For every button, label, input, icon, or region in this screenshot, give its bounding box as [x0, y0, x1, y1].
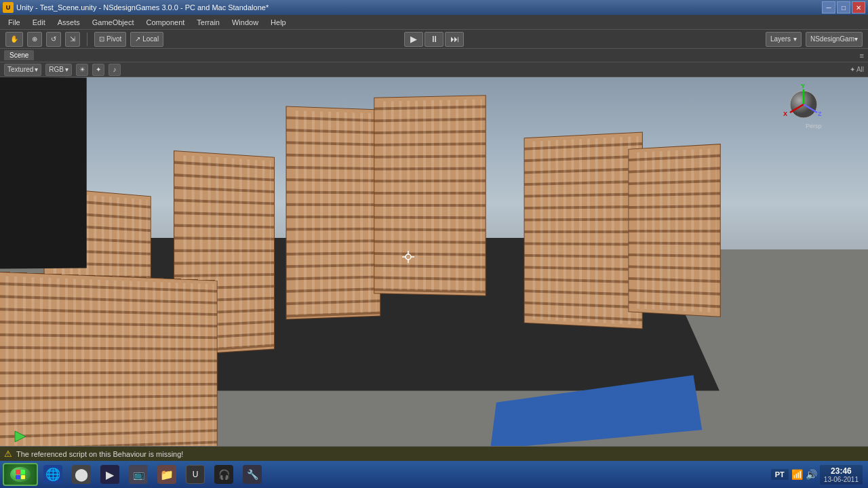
svg-text:X: X	[783, 110, 787, 117]
rotate-tool-button[interactable]: ↺	[46, 32, 61, 47]
playback-controls: ▶ ⏸ ⏭	[404, 32, 464, 47]
color-mode-label: RGB	[49, 66, 64, 73]
scene-viewport[interactable]: Y X Z Persp	[0, 77, 868, 460]
tool-icon: 🔧	[243, 465, 262, 484]
building-right-back	[628, 144, 720, 317]
scene-header: Scene ≡	[0, 49, 868, 62]
building-center-left	[286, 106, 380, 320]
taskbar-tv[interactable]: 📺	[125, 463, 152, 486]
clock-time: 23:46	[824, 466, 859, 476]
menu-edit[interactable]: Edit	[27, 17, 51, 28]
logo-green	[21, 470, 26, 474]
scale-tool-button[interactable]: ⇲	[65, 32, 80, 47]
local-button[interactable]: ↗ Local	[130, 32, 163, 47]
local-icon: ↗	[135, 35, 140, 43]
main-toolbar: ✋ ⊕ ↺ ⇲ ⊡ Pivot ↗ Local ▶ ⏸ ⏭ Layers ▾ N…	[0, 30, 868, 49]
logo-blue	[16, 475, 20, 480]
view-mode-label: Textured	[7, 66, 33, 73]
color-mode-dropdown[interactable]: RGB ▾	[45, 64, 72, 76]
taskbar-ie[interactable]: 🌐	[39, 463, 66, 486]
svg-text:Persp: Persp	[806, 123, 822, 129]
scene-cursor	[402, 251, 414, 263]
chrome-icon: ⬤	[72, 465, 91, 484]
hand-tool-button[interactable]: ✋	[5, 32, 23, 47]
windows-logo	[16, 470, 25, 479]
maximize-button[interactable]: □	[837, 1, 850, 14]
building-center-right	[374, 95, 487, 296]
ie-icon: 🌐	[43, 465, 62, 484]
pivot-button[interactable]: ⊡ Pivot	[94, 32, 126, 47]
svg-marker-13	[15, 431, 26, 442]
taskbar-media[interactable]: ▶	[96, 463, 123, 486]
pivot-icon: ⊡	[99, 35, 104, 43]
menu-terrain[interactable]: Terrain	[191, 17, 225, 28]
window-title: Unity - Test_Scene.unity - NSdesignGames…	[16, 3, 269, 12]
building-bottom-left	[0, 271, 218, 460]
minimize-button[interactable]: ─	[822, 1, 835, 14]
menu-component[interactable]: Component	[140, 17, 190, 28]
pivot-label: Pivot	[106, 35, 121, 43]
menu-help[interactable]: Help	[265, 17, 292, 28]
layers-label: Layers	[770, 35, 791, 43]
start-orb	[10, 467, 31, 482]
warning-icon: ⚠	[4, 449, 12, 459]
language-indicator[interactable]: PT	[771, 469, 789, 480]
play-arrow-indicator	[14, 430, 27, 445]
scene-gizmo: Y X Z Persp	[780, 84, 821, 131]
menu-file[interactable]: File	[3, 17, 26, 28]
toolbar-right: Layers ▾ NSdesignGam▾	[766, 32, 863, 47]
toolbar-separator	[87, 33, 87, 46]
tv-icon: 📺	[129, 465, 148, 484]
taskbar-chrome[interactable]: ⬤	[68, 463, 95, 486]
winamp-icon: 🎧	[214, 465, 233, 484]
taskbar-folder[interactable]: 📁	[153, 463, 180, 486]
buildings-container	[0, 77, 868, 460]
system-tray: PT 📶 🔊 23:46 13-06-2011	[771, 465, 865, 485]
taskbar-winamp[interactable]: 🎧	[210, 463, 237, 486]
logo-red	[16, 470, 20, 474]
clock[interactable]: 23:46 13-06-2011	[820, 465, 863, 485]
start-button[interactable]	[3, 463, 38, 486]
play-button[interactable]: ▶	[404, 32, 423, 47]
logo-yellow	[21, 475, 26, 480]
layers-chevron-icon: ▾	[793, 35, 797, 43]
layers-dropdown[interactable]: Layers ▾	[766, 32, 802, 47]
media-player-icon: ▶	[100, 465, 119, 484]
color-chevron-icon: ▾	[65, 66, 68, 73]
svg-text:Z: Z	[818, 110, 822, 117]
building-right-front	[524, 131, 643, 329]
status-bar: ⚠ The referenced script on this Behaviou…	[0, 446, 868, 461]
status-message: The referenced script on this Behaviour …	[16, 450, 183, 458]
view-mode-dropdown[interactable]: Textured ▾	[4, 64, 41, 76]
volume-icon: 🔊	[806, 469, 817, 480]
svg-text:Y: Y	[801, 84, 805, 89]
windows-taskbar: 🌐 ⬤ ▶ 📺 📁 U 🎧 🔧 PT 📶 🔊 23:46 13-06-2011	[0, 461, 868, 488]
network-signal-icon: 📶	[791, 469, 803, 480]
scene-all-label: ✦ All	[850, 66, 864, 73]
building-dark-center	[0, 77, 87, 269]
panel-options-icon[interactable]: ≡	[860, 52, 864, 60]
move-tool-button[interactable]: ⊕	[27, 32, 42, 47]
menu-gameobject[interactable]: GameObject	[87, 17, 140, 28]
lighting-toggle-button[interactable]: ☀	[76, 64, 88, 76]
menu-assets[interactable]: Assets	[52, 17, 85, 28]
clock-date: 13-06-2011	[824, 476, 859, 483]
unity-logo-icon: U	[3, 2, 14, 13]
view-mode-chevron-icon: ▾	[35, 66, 38, 73]
title-bar: U Unity - Test_Scene.unity - NSdesignGam…	[0, 0, 868, 15]
close-button[interactable]: ✕	[852, 1, 865, 14]
layout-label: NSdesignGam▾	[810, 35, 858, 43]
taskbar-tool[interactable]: 🔧	[239, 463, 266, 486]
fx-toggle-button[interactable]: ✦	[92, 64, 104, 76]
unity-taskbar-icon: U	[186, 465, 205, 484]
menu-bar: File Edit Assets GameObject Component Te…	[0, 15, 868, 30]
svg-point-0	[406, 254, 411, 260]
step-button[interactable]: ⏭	[445, 32, 464, 47]
audio-toggle-button[interactable]: ♪	[108, 64, 121, 76]
pause-button[interactable]: ⏸	[425, 32, 443, 47]
window-controls: ─ □ ✕	[822, 1, 865, 14]
scene-tab[interactable]: Scene	[4, 50, 34, 60]
menu-window[interactable]: Window	[226, 17, 264, 28]
taskbar-unity[interactable]: U	[182, 463, 209, 486]
layout-dropdown[interactable]: NSdesignGam▾	[806, 32, 863, 47]
